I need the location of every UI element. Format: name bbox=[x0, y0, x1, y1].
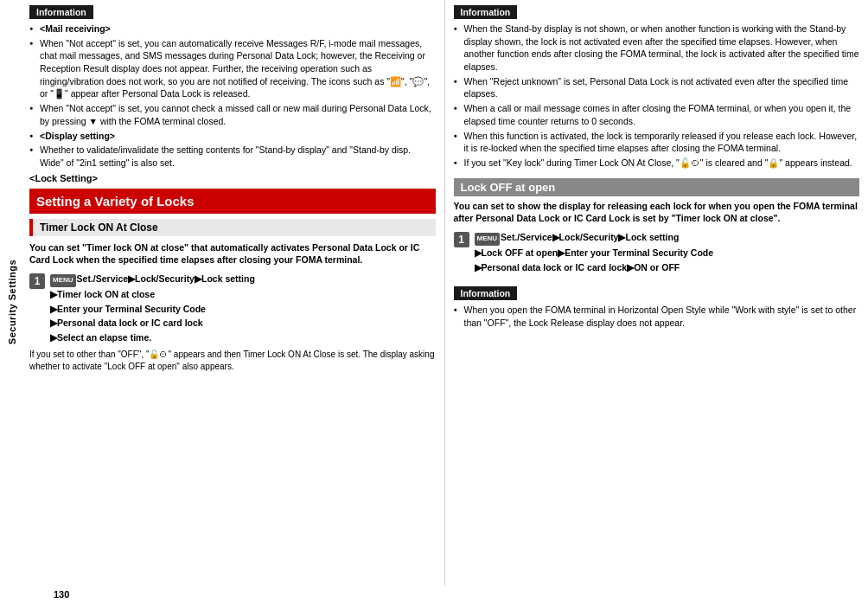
list-item: If you set "Key lock" during Timer Lock … bbox=[454, 157, 860, 170]
list-item: <Display setting> bbox=[29, 130, 436, 143]
mail-receiving-heading: <Mail receiving> bbox=[40, 23, 111, 34]
step-1-content: MENUSet./Service▶Lock/Security▶Lock sett… bbox=[50, 272, 255, 345]
menu-icon: MENU bbox=[50, 274, 76, 287]
sub-heading: Timer Lock ON At Close bbox=[29, 219, 436, 236]
list-item: Whether to validate/invalidate the setti… bbox=[29, 144, 436, 169]
menu-icon-2: MENU bbox=[475, 233, 501, 246]
info-list-2: When the Stand-by display is not shown, … bbox=[454, 22, 860, 170]
step-2-number: 1 bbox=[454, 232, 469, 247]
left-column: Information <Mail receiving> When "Not a… bbox=[24, 0, 445, 586]
step-1-note: If you set to other than "OFF", "🔓⏲" app… bbox=[29, 349, 436, 373]
list-item: When this function is activated, the loc… bbox=[454, 130, 860, 155]
info-list-1: <Mail receiving> When "Not accept" is se… bbox=[29, 22, 436, 170]
info-box-3: Information bbox=[454, 286, 518, 300]
page-container: Security Settings Information <Mail rece… bbox=[0, 0, 868, 603]
big-heading: Setting a Variety of Locks bbox=[29, 189, 436, 214]
columns: Information <Mail receiving> When "Not a… bbox=[24, 0, 868, 586]
right-column: Information When the Stand-by display is… bbox=[445, 0, 869, 586]
list-item: When "Not accept" is set, you can automa… bbox=[29, 37, 436, 100]
list-item: <Mail receiving> bbox=[29, 22, 436, 35]
content-area: Information <Mail receiving> When "Not a… bbox=[24, 0, 868, 603]
list-item: When you open the FOMA terminal in Horiz… bbox=[454, 304, 860, 329]
step-1-container: 1 MENUSet./Service▶Lock/Security▶Lock se… bbox=[29, 272, 436, 345]
sidebar-label: Security Settings bbox=[7, 259, 17, 343]
sidebar: Security Settings bbox=[0, 0, 24, 603]
lock-off-description: You can set to show the display for rele… bbox=[454, 200, 860, 225]
lock-off-heading: Lock OFF at open bbox=[454, 178, 860, 196]
step-2-container: 1 MENUSet./Service▶Lock/Security▶Lock se… bbox=[454, 230, 860, 274]
info-box-1: Information bbox=[29, 5, 93, 19]
list-item: When "Not accept" is set, you cannot che… bbox=[29, 102, 436, 127]
list-item: When a call or mail message comes in aft… bbox=[454, 102, 860, 127]
timer-lock-description: You can set "Timer lock ON at close" tha… bbox=[29, 241, 436, 266]
list-item: When "Reject unknown" is set, Personal D… bbox=[454, 75, 860, 100]
display-setting-heading: <Display setting> bbox=[40, 131, 115, 141]
page-number: 130 bbox=[24, 586, 868, 603]
lock-setting-label: <Lock Setting> bbox=[29, 173, 436, 183]
list-item: When the Stand-by display is not shown, … bbox=[454, 22, 860, 74]
step-2-content: MENUSet./Service▶Lock/Security▶Lock sett… bbox=[475, 230, 714, 274]
info-list-3: When you open the FOMA terminal in Horiz… bbox=[454, 304, 860, 329]
step-1-number: 1 bbox=[29, 273, 45, 289]
info-box-2: Information bbox=[454, 5, 518, 19]
